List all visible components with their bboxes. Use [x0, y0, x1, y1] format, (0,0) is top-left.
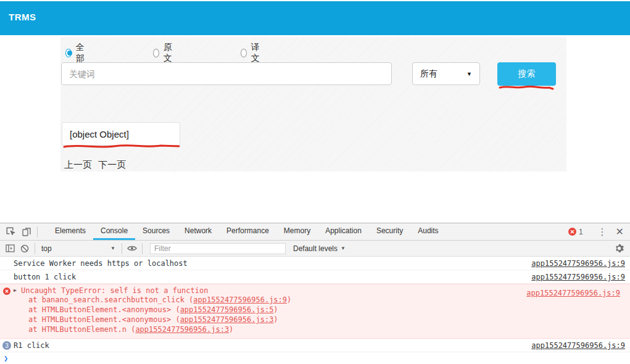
devtools-tabs: Elements Console Sources Network Perform…	[48, 223, 446, 240]
devtools-panel: Elements Console Sources Network Perform…	[0, 223, 630, 364]
clear-console-icon[interactable]	[17, 242, 32, 255]
stack-text: )	[273, 305, 278, 314]
tab-performance[interactable]: Performance	[219, 223, 276, 240]
console-message: Service Worker needs https or localhost …	[0, 257, 630, 270]
prompt-chevron-icon: ❯	[4, 354, 8, 363]
prev-page-link[interactable]: 上一页	[64, 159, 92, 170]
caret-down-icon: ▼	[466, 71, 472, 77]
toolbar-separator	[35, 243, 35, 254]
radio-all-label: 全部	[76, 42, 87, 64]
repeat-count-badge: 3	[2, 341, 11, 350]
source-location: app1552477596956.js:9	[531, 273, 625, 281]
tab-security[interactable]: Security	[369, 223, 410, 240]
radio-all[interactable]: 全部	[65, 42, 87, 64]
stack-text: )	[229, 325, 233, 334]
levels-value: Default levels	[293, 244, 338, 253]
stack-text: at HTMLButtonElement.<anonymous> (	[28, 305, 180, 314]
source-link[interactable]: app1552477596956.js:3	[135, 325, 229, 334]
source-link[interactable]: app1552477596956.js:9	[531, 341, 625, 350]
app-title: TRMS	[9, 12, 36, 22]
log-levels-select[interactable]: Default levels ▼	[293, 244, 346, 253]
scope-select[interactable]: 所有 ▼	[412, 62, 480, 85]
radio-original-label: 原文	[164, 42, 175, 64]
expand-triangle-icon[interactable]: ▶	[14, 287, 17, 293]
tab-sources[interactable]: Sources	[135, 223, 177, 240]
search-button[interactable]: 搜索	[497, 62, 556, 86]
error-icon	[3, 287, 10, 295]
source-location: app1552477596956.js:9	[531, 259, 625, 268]
keyword-input[interactable]	[61, 62, 392, 85]
device-toolbar-icon[interactable]	[19, 225, 35, 239]
tab-application[interactable]: Application	[318, 223, 369, 240]
devtools-toolbar: Elements Console Sources Network Perform…	[0, 223, 630, 241]
error-summary: ▶ Uncaught TypeError: self is not a func…	[14, 286, 625, 295]
stack-text: at banano_search.searchbutton_click (	[28, 296, 193, 304]
source-link[interactable]: app1552477596956.js:9	[531, 273, 625, 281]
radio-button-icon[interactable]	[65, 49, 72, 57]
source-link[interactable]: app1552477596956.js:3	[180, 315, 274, 324]
result-box: [object Object]	[62, 122, 180, 146]
source-link[interactable]: app1552477596956.js:9	[193, 296, 287, 304]
log-text: R1 click	[14, 341, 49, 350]
console-message: button 1 click app1552477596956.js:9	[0, 270, 630, 284]
stack-text: at HTMLButtonElement.n (	[28, 325, 135, 334]
radio-translation[interactable]: 译文	[241, 42, 262, 64]
stack-frame: at HTMLButtonElement.n (app1552477596956…	[14, 325, 625, 334]
source-link[interactable]: app1552477596956.js:5	[180, 305, 274, 314]
devtools-toolbar-right: ✕ 1 ⋮ ✕	[568, 226, 630, 238]
execution-context-select[interactable]: top ▼	[38, 244, 119, 253]
tab-console[interactable]: Console	[93, 223, 135, 240]
error-count: 1	[579, 228, 583, 236]
caret-down-icon: ▼	[341, 246, 346, 251]
error-text: Uncaught TypeError: self is not a functi…	[21, 286, 208, 295]
source-location: app1552477596956.js:9	[526, 289, 620, 297]
console-sidebar-icon[interactable]	[2, 242, 17, 255]
context-value: top	[41, 244, 52, 253]
pagination: 上一页 下一页	[64, 159, 130, 171]
error-count-badge[interactable]: ✕ 1	[568, 228, 583, 236]
console-toolbar: top ▼ Default levels ▼	[0, 241, 630, 257]
radio-original[interactable]: 原文	[153, 42, 175, 64]
scope-select-value: 所有	[420, 68, 437, 80]
source-location: app1552477596956.js:9	[531, 341, 625, 350]
stack-text: at HTMLButtonElement.<anonymous> (	[28, 315, 180, 324]
stack-text: )	[273, 315, 278, 324]
app-header: TRMS	[0, 1, 630, 35]
screen: TRMS 全部 原文 译文 所有 ▼ 搜索 [object Object]	[0, 0, 630, 364]
tab-memory[interactable]: Memory	[276, 223, 318, 240]
toolbar-separator	[37, 226, 38, 238]
radio-button-icon[interactable]	[241, 49, 247, 57]
stack-frame: at HTMLButtonElement.<anonymous> (app155…	[14, 315, 625, 325]
console-prompt[interactable]: ❯	[0, 352, 630, 364]
source-link[interactable]: app1552477596956.js:9	[526, 289, 620, 297]
toolbar-separator	[122, 243, 122, 254]
radio-translation-label: 译文	[251, 42, 262, 64]
inspect-element-icon[interactable]	[2, 225, 19, 239]
stack-frame: at HTMLButtonElement.<anonymous> (app155…	[14, 305, 625, 315]
console-message: 3 R1 click app1552477596956.js:9	[0, 339, 630, 352]
console-log: Service Worker needs https or localhost …	[0, 257, 630, 364]
tab-network[interactable]: Network	[177, 223, 219, 240]
more-options-icon[interactable]: ⋮	[592, 226, 613, 238]
log-text: Service Worker needs https or localhost	[14, 259, 188, 268]
tab-audits[interactable]: Audits	[410, 223, 446, 240]
result-value: [object Object]	[70, 129, 129, 139]
search-form-panel: 全部 原文 译文 所有 ▼ 搜索 [object Object] 上一页 下一页	[60, 37, 566, 172]
error-icon: ✕	[568, 228, 576, 236]
close-devtools-icon[interactable]: ✕	[613, 226, 630, 238]
tab-elements[interactable]: Elements	[48, 223, 93, 240]
console-filter-input[interactable]	[150, 243, 286, 254]
live-expression-eye-icon[interactable]	[125, 242, 139, 255]
console-error-message: ▶ Uncaught TypeError: self is not a func…	[0, 284, 630, 339]
source-link[interactable]: app1552477596956.js:9	[531, 259, 625, 268]
log-text: button 1 click	[14, 273, 76, 281]
console-settings-gear-icon[interactable]	[611, 242, 626, 255]
stack-text: )	[287, 296, 291, 304]
caret-down-icon: ▼	[110, 246, 115, 251]
next-page-link[interactable]: 下一页	[98, 159, 126, 170]
radio-button-icon[interactable]	[153, 49, 159, 57]
toolbar-separator	[142, 243, 143, 254]
